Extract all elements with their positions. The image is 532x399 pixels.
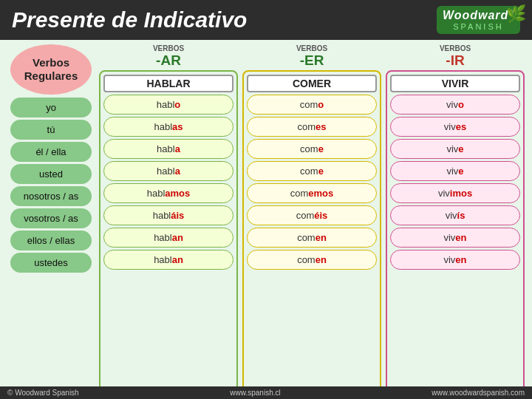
logo-name: Woodward® (443, 9, 514, 22)
ir-conj-item: vive (390, 139, 520, 159)
leaf-icon: 🌿 (506, 4, 526, 24)
er-verbos-label: VERBOS (296, 44, 327, 52)
ar-conj-item: habla (103, 139, 233, 159)
ir-example: VIVIR (390, 75, 520, 92)
pronoun-item: ellos / ellas (10, 231, 92, 250)
ir-suffix: -IR (440, 52, 471, 69)
er-suffix: -ER (296, 52, 327, 69)
er-conj-item: como (247, 95, 377, 115)
logo-sub: SPANISH (453, 22, 503, 31)
er-header: VERBOS -ER (296, 44, 327, 69)
ir-conjugation-list: vivovivesvivevivevivimosvivísvivenviven (390, 95, 520, 272)
ar-conjugation-list: hablohablashablahablahablamoshabláishabl… (103, 95, 233, 272)
er-conj-item: coméis (247, 205, 377, 225)
footer: © Woodward Spanish www.spanish.cl www.wo… (0, 386, 532, 399)
ir-conj-item: vive (390, 161, 520, 181)
ar-example: HABLAR (103, 75, 233, 92)
er-conj-item: comen (247, 228, 377, 248)
er-col-inner: COMER comocomescomecomecomemoscoméiscome… (242, 70, 381, 399)
er-conj-item: comes (247, 117, 377, 137)
ir-verbos-label: VERBOS (440, 44, 471, 52)
ir-header: VERBOS -IR (440, 44, 471, 69)
left-section: VerbosRegulares yotúél / ellaustednosotr… (7, 44, 95, 399)
er-column: VERBOS -ER COMER comocomescomecomecomemo… (242, 44, 381, 399)
ir-conj-item: viven (390, 228, 520, 248)
verbos-regulares-label: VerbosRegulares (10, 44, 92, 95)
body-section: VerbosRegulares yotúél / ellaustednosotr… (0, 40, 532, 399)
footer-center: www.spanish.cl (230, 389, 280, 397)
er-conjugation-list: comocomescomecomecomemoscoméiscomencomen (247, 95, 377, 272)
ar-header: VERBOS -AR (153, 44, 184, 69)
ir-conj-item: vivo (390, 95, 520, 115)
ar-verbos-label: VERBOS (153, 44, 184, 52)
ar-conj-item: hablan (103, 228, 233, 248)
ar-conj-item: hablamos (103, 183, 233, 203)
er-conj-item: come (247, 139, 377, 159)
er-example: COMER (247, 75, 377, 92)
er-conj-item: comen (247, 250, 377, 270)
pronoun-item: usted (10, 164, 92, 184)
right-section: VERBOS -AR HABLAR hablohablashablahablah… (99, 44, 525, 399)
ar-conj-item: hablo (103, 95, 233, 115)
ar-conj-item: habla (103, 161, 233, 181)
ir-conj-item: vivís (390, 205, 520, 225)
er-conj-item: come (247, 161, 377, 181)
main-layout: Presente de Indicativo Woodward® SPANISH… (0, 0, 532, 399)
footer-right: www.woodwardspanish.com (432, 389, 525, 397)
header: Presente de Indicativo Woodward® SPANISH… (0, 0, 532, 40)
ar-suffix: -AR (153, 52, 184, 69)
pronoun-list: yotúél / ellaustednosotros / asvosotros … (10, 98, 92, 275)
pronoun-item: ustedes (10, 253, 92, 273)
ar-column: VERBOS -AR HABLAR hablohablashablahablah… (99, 44, 238, 399)
pronoun-item: yo (10, 98, 92, 117)
er-conj-item: comemos (247, 183, 377, 203)
ir-conj-item: viven (390, 250, 520, 270)
ir-column: VERBOS -IR VIVIR vivovivesvivevivevivimo… (386, 44, 525, 399)
footer-left: © Woodward Spanish (7, 389, 79, 397)
page-title: Presente de Indicativo (12, 7, 247, 33)
pronoun-item: vosotros / as (10, 208, 92, 228)
ir-col-inner: VIVIR vivovivesvivevivevivimosvivísviven… (386, 70, 525, 399)
ar-conj-item: hablan (103, 250, 233, 270)
ar-conj-item: habláis (103, 205, 233, 225)
ar-conj-item: hablas (103, 117, 233, 137)
ir-conj-item: vivimos (390, 183, 520, 203)
ir-conj-item: vives (390, 117, 520, 137)
pronoun-item: tú (10, 120, 92, 140)
pronoun-item: él / ella (10, 142, 92, 162)
pronoun-item: nosotros / as (10, 186, 92, 206)
ar-col-inner: HABLAR hablohablashablahablahablamoshabl… (99, 70, 238, 399)
